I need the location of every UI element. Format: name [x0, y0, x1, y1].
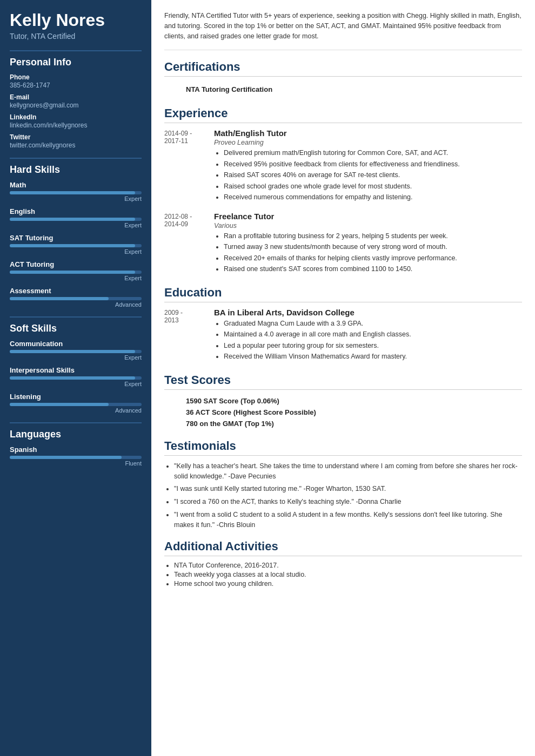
languages-section: Languages Spanish Fluent	[10, 422, 142, 467]
skill-bar-fill	[10, 350, 135, 353]
exp-dates: 2012-08 - 2014-09	[164, 212, 208, 276]
skill-item: Listening Advanced	[10, 393, 142, 414]
phone-label: Phone	[10, 73, 142, 81]
skill-bar-bg	[10, 244, 142, 247]
hard-skills-title: Hard Skills	[10, 158, 142, 176]
skill-name: Listening	[10, 393, 142, 401]
exp-bullet: Received 20+ emails of thanks for helpin…	[224, 254, 522, 264]
exp-bullets: Ran a profitable tutoring business for 2…	[214, 232, 522, 274]
skill-level: Advanced	[10, 301, 142, 308]
sidebar-name: Kelly Nores	[10, 11, 142, 30]
linkedin-value: linkedin.com/in/kellygnores	[10, 122, 142, 129]
skill-bar-fill	[10, 376, 135, 380]
summary-text: Friendly, NTA Certified Tutor with 5+ ye…	[164, 11, 522, 50]
edu-bullets: Graduated Magna Cum Laude with a 3.9 GPA…	[214, 319, 522, 362]
skill-level: Fluent	[10, 460, 142, 467]
linkedin-label: LinkedIn	[10, 113, 142, 121]
personal-info-title: Personal Info	[10, 50, 142, 68]
testimonials-title: Testimonials	[164, 439, 522, 456]
testimonial-item: "I scored a 760 on the ACT, thanks to Ke…	[174, 497, 522, 507]
exp-bullet: Ran a profitable tutoring business for 2…	[224, 232, 522, 241]
skill-name: Spanish	[10, 446, 142, 454]
exp-bullet: Turned away 3 new students/month because…	[224, 242, 522, 252]
skill-level: Expert	[10, 381, 142, 387]
skill-level: Expert	[10, 195, 142, 202]
additional-activities-section: Additional Activities NTA Tutor Conferen…	[164, 539, 522, 588]
languages-title: Languages	[10, 422, 142, 440]
exp-job-title: Freelance Tutor	[214, 212, 522, 221]
skill-bar-fill	[10, 297, 109, 300]
exp-bullet: Received 95% positive feedback from clie…	[224, 160, 522, 170]
skill-bar-bg	[10, 376, 142, 380]
edu-bullet: Led a popular peer tutoring group for si…	[224, 341, 522, 351]
skill-bar-bg	[10, 403, 142, 406]
certifications-section: Certifications NTA Tutoring Certificatio…	[164, 60, 522, 97]
twitter-label: Twitter	[10, 133, 142, 141]
sidebar-title: Tutor, NTA Certified	[10, 32, 142, 40]
sidebar: Kelly Nores Tutor, NTA Certified Persona…	[0, 0, 151, 756]
skill-bar-fill	[10, 191, 135, 194]
exp-job-title: Math/English Tutor	[214, 129, 522, 138]
edu-bullet: Graduated Magna Cum Laude with a 3.9 GPA…	[224, 319, 522, 329]
skill-item: Math Expert	[10, 181, 142, 202]
skill-item: SAT Tutoring Expert	[10, 234, 142, 255]
skill-item: Communication Expert	[10, 340, 142, 361]
edu-content: BA in Liberal Arts, Davidson CollegeGrad…	[214, 308, 522, 363]
test-score-item: 36 ACT Score (Highest Score Possible)	[164, 407, 522, 418]
skill-name: Communication	[10, 340, 142, 348]
skill-bar-bg	[10, 297, 142, 300]
skill-bar-fill	[10, 456, 122, 459]
activity-item: Teach weekly yoga classes at a local stu…	[174, 571, 522, 578]
education-section: Education 2009 - 2013BA in Liberal Arts,…	[164, 286, 522, 363]
soft-skills-container: Communication Expert Interpersonal Skill…	[10, 340, 142, 414]
education-row: 2009 - 2013BA in Liberal Arts, Davidson …	[164, 308, 522, 363]
soft-skills-section: Soft Skills Communication Expert Interpe…	[10, 316, 142, 414]
experience-row: 2014-09 - 2017-11Math/English TutorProve…	[164, 129, 522, 204]
skill-item: English Expert	[10, 207, 142, 228]
skill-bar-fill	[10, 218, 135, 221]
skill-level: Advanced	[10, 407, 142, 414]
experience-row: 2012-08 - 2014-09Freelance TutorVariousR…	[164, 212, 522, 276]
edu-dates: 2009 - 2013	[164, 308, 208, 363]
skill-level: Expert	[10, 222, 142, 228]
email-value: kellygnores@gmail.com	[10, 102, 142, 109]
email-label: E-mail	[10, 93, 142, 101]
exp-content: Math/English TutorProveo LearningDeliver…	[214, 129, 522, 204]
testimonial-item: "I went from a solid C student to a soli…	[174, 510, 522, 530]
additional-activities-title: Additional Activities	[164, 539, 522, 556]
experience-section: Experience 2014-09 - 2017-11Math/English…	[164, 106, 522, 276]
testimonials-section: Testimonials "Kelly has a teacher's hear…	[164, 439, 522, 530]
exp-bullet: Raised one student's SAT scores from com…	[224, 265, 522, 274]
exp-company: Proveo Learning	[214, 139, 522, 146]
hard-skills-section: Hard Skills Math Expert English Expert S…	[10, 158, 142, 308]
skill-item: Interpersonal Skills Expert	[10, 366, 142, 387]
testimonials-container: "Kelly has a teacher's heart. She takes …	[164, 461, 522, 530]
skill-bar-bg	[10, 271, 142, 274]
skill-level: Expert	[10, 275, 142, 281]
skill-name: SAT Tutoring	[10, 234, 142, 242]
main-content: Friendly, NTA Certified Tutor with 5+ ye…	[151, 0, 535, 756]
skill-level: Expert	[10, 248, 142, 255]
test-scores-section: Test Scores 1590 SAT Score (Top 0.06%)36…	[164, 373, 522, 429]
test-score-item: 1590 SAT Score (Top 0.06%)	[164, 395, 522, 407]
exp-company: Various	[214, 222, 522, 230]
activity-item: Home school two young children.	[174, 580, 522, 588]
skill-name: Assessment	[10, 287, 142, 295]
exp-content: Freelance TutorVariousRan a profitable t…	[214, 212, 522, 276]
skill-name: Interpersonal Skills	[10, 366, 142, 374]
skill-item: Spanish Fluent	[10, 446, 142, 467]
experience-container: 2014-09 - 2017-11Math/English TutorProve…	[164, 129, 522, 276]
skill-level: Expert	[10, 354, 142, 361]
activities-container: NTA Tutor Conference, 2016-2017.Teach we…	[164, 562, 522, 588]
hard-skills-container: Math Expert English Expert SAT Tutoring …	[10, 181, 142, 308]
exp-bullet: Raised school grades one whole grade lev…	[224, 182, 522, 192]
test-scores-title: Test Scores	[164, 373, 522, 390]
skill-bar-fill	[10, 403, 109, 406]
soft-skills-title: Soft Skills	[10, 316, 142, 334]
certifications-container: NTA Tutoring Certification	[164, 82, 522, 97]
skill-item: Assessment Advanced	[10, 287, 142, 308]
skill-bar-fill	[10, 271, 135, 274]
skill-bar-bg	[10, 218, 142, 221]
certifications-title: Certifications	[164, 60, 522, 77]
activity-item: NTA Tutor Conference, 2016-2017.	[174, 562, 522, 569]
